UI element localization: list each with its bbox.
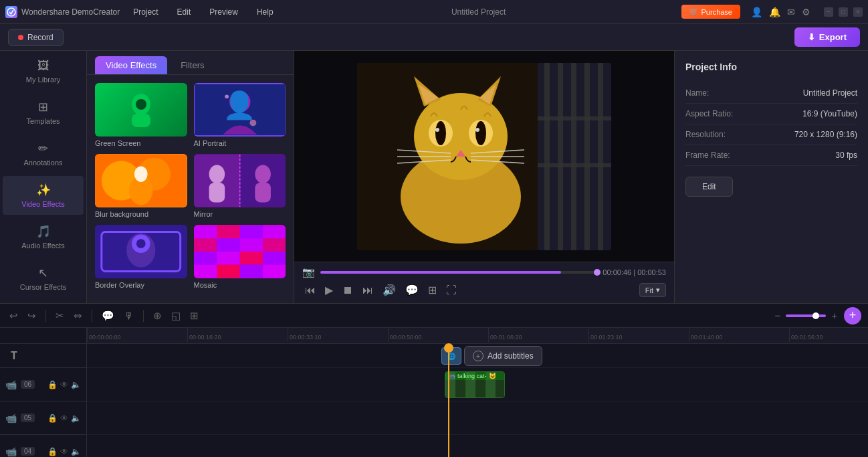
- toolbar: Record ⬇ Export: [0, 24, 868, 51]
- menu-help[interactable]: Help: [254, 6, 276, 18]
- timeline-content: T 📹 06 🔒 👁 🔈 📹 05 🔒 👁 🔈: [0, 328, 868, 457]
- play-button[interactable]: ▶: [322, 282, 336, 298]
- toolbar-divider-1: [45, 310, 46, 322]
- sidebar-item-templates[interactable]: ⊞ Templates: [3, 93, 84, 132]
- video-clip-06[interactable]: 📹 talking cat- 🐱: [445, 371, 505, 398]
- zoom-out-button[interactable]: −: [772, 308, 783, 323]
- edit-button-panel[interactable]: Edit: [685, 177, 733, 197]
- redo-button[interactable]: ↪: [25, 308, 39, 323]
- svg-rect-37: [217, 252, 239, 265]
- fullscreen-button[interactable]: ⛶: [443, 283, 459, 298]
- app-name: Wondershare DemoCreator: [21, 7, 120, 17]
- cursor-effects-icon: ↖: [38, 266, 48, 280]
- split-button[interactable]: ✂: [53, 308, 67, 323]
- playhead[interactable]: [448, 344, 449, 457]
- settings-icon[interactable]: ⚙: [802, 7, 810, 17]
- grid-button[interactable]: ⊞: [425, 282, 439, 298]
- lock-icon-04[interactable]: 🔒: [47, 447, 58, 456]
- maximize-button[interactable]: □: [839, 7, 848, 17]
- main-content: 🖼 My Library ⊞ Templates ✏ Annotations ✨…: [0, 51, 868, 303]
- tab-video-effects[interactable]: Video Effects: [95, 56, 167, 74]
- svg-rect-51: [598, 63, 603, 250]
- record-button[interactable]: Record: [8, 29, 64, 46]
- frame-rate-value: 30 fps: [835, 151, 857, 160]
- clip-emoji: 🐱: [489, 373, 496, 379]
- effect-blur-background[interactable]: Blur background: [95, 154, 187, 218]
- resolution-label: Resolution:: [685, 130, 726, 139]
- volume-button[interactable]: 🔊: [380, 282, 399, 298]
- track-num-06: 06: [21, 380, 35, 389]
- menu-project[interactable]: Project: [130, 6, 160, 18]
- minimize-button[interactable]: −: [824, 7, 833, 17]
- tab-filters[interactable]: Filters: [170, 56, 215, 74]
- audio-icon-05[interactable]: 🔈: [71, 414, 81, 423]
- ruler-marks: 00:00:00:00 00:00:16:20 00:00:33:10 00:0…: [87, 328, 868, 342]
- sidebar-item-audio-effects[interactable]: 🎵 Audio Effects: [3, 217, 84, 256]
- audio-effects-icon: 🎵: [36, 224, 51, 239]
- zoom-slider[interactable]: [786, 314, 826, 317]
- sidebar-item-cursor-effects[interactable]: ↖ Cursor Effects: [3, 259, 84, 298]
- lock-icon-05[interactable]: 🔒: [47, 414, 58, 423]
- purchase-button[interactable]: 🛒 Purchase: [681, 5, 740, 19]
- templates-icon: ⊞: [38, 100, 48, 114]
- title-bar-right: 🛒 Purchase 👤 🔔 ✉ ⚙ − □ ×: [681, 5, 863, 19]
- svg-rect-18: [209, 183, 225, 202]
- caption-tl-button[interactable]: 💬: [99, 308, 117, 323]
- svg-point-13: [134, 166, 148, 182]
- record-tl-button[interactable]: 🎙: [121, 308, 136, 323]
- forward-button[interactable]: ⏭: [360, 283, 376, 298]
- menu-edit[interactable]: Edit: [175, 6, 194, 18]
- effects-tabs: Video Effects Filters: [87, 51, 294, 75]
- app-logo: Wondershare DemoCreator: [5, 6, 120, 18]
- user-icon[interactable]: 👤: [751, 7, 762, 17]
- sidebar-item-video-effects[interactable]: ✨ Video Effects: [3, 176, 84, 215]
- fit-select[interactable]: Fit ▾: [639, 283, 666, 297]
- effect-mosaic[interactable]: Mosaic: [194, 225, 286, 289]
- eye-icon-05[interactable]: 👁: [60, 414, 68, 423]
- subtitle-t-icon: T: [5, 347, 23, 365]
- svg-point-3: [136, 99, 146, 110]
- svg-rect-43: [263, 265, 286, 278]
- effect-mirror[interactable]: Mirror: [194, 154, 286, 218]
- timeline-tracks: 00:00:00:00 00:00:16:20 00:00:33:10 00:0…: [87, 328, 868, 457]
- eye-icon-04[interactable]: 👁: [60, 447, 68, 456]
- notifications-icon[interactable]: 🔔: [769, 7, 780, 17]
- screenshot-button[interactable]: 📷: [302, 266, 315, 278]
- undo-button[interactable]: ↩: [7, 308, 21, 323]
- ruler-mark-3: 00:00:50:00: [388, 328, 488, 342]
- svg-point-65: [475, 128, 479, 132]
- zoom-slider-thumb: [812, 312, 819, 319]
- menu-preview[interactable]: Preview: [207, 6, 241, 18]
- sidebar-item-annotations[interactable]: ✏ Annotations: [3, 134, 84, 173]
- layout-button[interactable]: ⊞: [187, 308, 201, 323]
- export-label: Export: [819, 32, 847, 42]
- svg-rect-20: [255, 183, 271, 202]
- overlay-button[interactable]: ◱: [169, 308, 183, 323]
- progress-bar[interactable]: [320, 271, 597, 274]
- sidebar-item-my-library[interactable]: 🖼 My Library: [3, 52, 84, 90]
- eye-icon-06[interactable]: 👁: [60, 380, 68, 389]
- effects-grid: Green Screen AI: [87, 75, 294, 297]
- time-ruler: 00:00:00:00 00:00:16:20 00:00:33:10 00:0…: [87, 328, 868, 344]
- effect-ai-portrait[interactable]: AI Portrait: [194, 83, 286, 147]
- effect-border-overlay[interactable]: Border Overlay: [95, 225, 187, 289]
- add-subtitles-popup[interactable]: + Add subtitles: [464, 346, 542, 366]
- insert-button[interactable]: ⊕: [150, 308, 165, 323]
- add-track-button[interactable]: +: [844, 307, 861, 325]
- audio-icon-04[interactable]: 🔈: [71, 447, 81, 456]
- svg-rect-29: [217, 225, 239, 239]
- caption-button[interactable]: 💬: [403, 282, 421, 298]
- menu-bar: Project Edit Preview Help: [130, 6, 276, 18]
- zoom-in-button[interactable]: +: [829, 308, 840, 323]
- stop-button[interactable]: ⏹: [340, 283, 356, 298]
- close-button[interactable]: ×: [853, 7, 863, 17]
- effect-green-screen[interactable]: Green Screen: [95, 83, 187, 147]
- lock-icon-06[interactable]: 🔒: [47, 380, 58, 389]
- mail-icon[interactable]: ✉: [787, 7, 795, 17]
- rewind-button[interactable]: ⏮: [302, 283, 318, 298]
- ripple-button[interactable]: ⇔: [71, 308, 85, 323]
- time-current: 00:00:46: [603, 268, 631, 276]
- svg-rect-31: [263, 225, 286, 239]
- audio-icon-06[interactable]: 🔈: [71, 380, 81, 389]
- export-button[interactable]: ⬇ Export: [794, 27, 860, 47]
